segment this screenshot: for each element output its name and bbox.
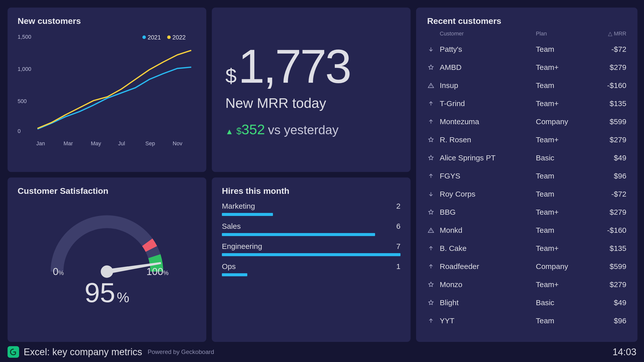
col-mrr: △ MRR: [586, 30, 626, 37]
customer-plan: Team+: [536, 244, 586, 253]
customer-satisfaction-card: Customer Satisfaction 0% 1: [8, 177, 206, 342]
svg-text:Sep: Sep: [145, 140, 155, 147]
star-icon: [428, 209, 434, 215]
customer-plan: Team+: [536, 63, 586, 72]
powered-by: Powered by Geckoboard: [148, 348, 214, 355]
customer-plan: Team: [536, 190, 586, 198]
star-icon: [428, 281, 434, 288]
gauge-value: 95%: [18, 277, 196, 308]
csat-title: Customer Satisfaction: [18, 186, 196, 196]
hire-value: 1: [396, 262, 400, 271]
warning-icon: [428, 82, 434, 89]
customer-name: Monzo: [440, 280, 536, 289]
customer-name: BBG: [440, 208, 536, 216]
table-row: BlightBasic$49: [427, 293, 626, 311]
recent-table-header: Customer Plan △ MRR: [427, 30, 626, 37]
gauge-track: [57, 222, 157, 272]
customer-plan: Team: [536, 81, 586, 90]
customer-mrr-delta: -$160: [586, 226, 626, 235]
geckoboard-logo-icon: [8, 346, 19, 358]
star-icon: [428, 155, 434, 161]
legend-dot-2022: [167, 35, 171, 39]
customer-name: Patty's: [440, 45, 536, 54]
trend-up-icon: ▲: [225, 127, 233, 136]
hire-label: Sales: [222, 222, 241, 231]
clock: 14:03: [613, 347, 636, 357]
hire-bar: [222, 213, 273, 216]
series-2022: [37, 50, 191, 128]
table-row: Alice Springs PTBasic$49: [427, 149, 626, 167]
new-customers-title: New customers: [18, 16, 196, 26]
customer-mrr-delta: -$160: [586, 81, 626, 90]
customer-mrr-delta: $279: [586, 63, 626, 72]
new-mrr-card: $ 1,773 New MRR today ▲ $352 vs yesterda…: [212, 8, 411, 172]
customer-name: B. Cake: [440, 244, 536, 253]
customer-plan: Basic: [536, 298, 586, 307]
hire-value: 7: [396, 242, 400, 251]
footer: Excel: key company metrics Powered by Ge…: [8, 344, 636, 360]
customer-name: Roadfeeder: [440, 262, 536, 271]
ytick-500: 500: [18, 98, 27, 104]
x-axis: Jan Mar May Jul Sep Nov: [36, 140, 182, 147]
customer-mrr-delta: $599: [586, 117, 626, 126]
customer-plan: Team: [536, 226, 586, 235]
hires-title: Hires this month: [222, 186, 400, 196]
star-icon: [428, 64, 434, 71]
customer-mrr-delta: $96: [586, 172, 626, 180]
customer-name: Insup: [440, 81, 536, 90]
warning-icon: [428, 227, 434, 234]
mrr-value: 1,773: [238, 42, 350, 90]
customer-plan: Team: [536, 45, 586, 54]
mrr-label: New MRR today: [225, 95, 326, 111]
customer-name: Blight: [440, 298, 536, 307]
mrr-delta-value: 352: [242, 121, 265, 137]
customer-mrr-delta: $135: [586, 244, 626, 253]
svg-text:Jan: Jan: [36, 140, 45, 147]
hire-label: Engineering: [222, 242, 262, 251]
table-row: MonkdTeam-$160: [427, 221, 626, 239]
customer-name: YYT: [440, 316, 536, 325]
hire-label: Marketing: [222, 202, 255, 210]
customer-mrr-delta: $49: [586, 154, 626, 162]
star-icon: [428, 299, 434, 306]
table-row: YYTTeam$96: [427, 311, 626, 330]
customer-mrr-delta: $96: [586, 316, 626, 325]
arrow-up-icon: [428, 118, 434, 125]
arrow-up-icon: [428, 100, 434, 107]
table-row: FGYSTeam$96: [427, 167, 626, 185]
mrr-delta-currency: $: [236, 126, 242, 136]
new-customers-card: New customers 1,500 1,000 500 0 2021 202…: [8, 8, 206, 172]
customer-mrr-delta: -$72: [586, 45, 626, 54]
table-row: BBGTeam+$279: [427, 203, 626, 221]
hire-value: 6: [396, 222, 400, 231]
customer-mrr-delta: $49: [586, 298, 626, 307]
customer-name: Montezuma: [440, 117, 536, 126]
customer-plan: Team+: [536, 208, 586, 216]
table-row: B. CakeTeam+$135: [427, 239, 626, 257]
col-customer: Customer: [440, 30, 536, 37]
ytick-1500: 1,500: [18, 34, 31, 40]
customer-name: AMBD: [440, 63, 536, 72]
customer-plan: Team+: [536, 99, 586, 108]
table-row: AMBDTeam+$279: [427, 58, 626, 76]
mrr-delta-suffix: vs yesterday: [268, 123, 339, 137]
arrow-up-icon: [428, 263, 434, 270]
gauge-zone-red: [147, 242, 151, 249]
customer-mrr-delta: $279: [586, 208, 626, 216]
hire-row: Marketing2: [222, 202, 400, 216]
table-row: T-GrindTeam+$135: [427, 94, 626, 112]
star-icon: [428, 137, 434, 143]
hire-row: Ops1: [222, 262, 400, 276]
customer-plan: Team+: [536, 280, 586, 289]
customer-mrr-delta: -$72: [586, 190, 626, 198]
table-row: RoadfeederCompany$599: [427, 257, 626, 275]
customer-name: Alice Springs PT: [440, 154, 536, 162]
customer-plan: Basic: [536, 154, 586, 162]
customer-mrr-delta: $135: [586, 99, 626, 108]
svg-text:May: May: [91, 140, 101, 147]
arrow-up-icon: [428, 245, 434, 252]
table-row: MontezumaCompany$599: [427, 112, 626, 130]
new-customers-chart: 1,500 1,000 500 0 2021 2022 Jan Mar May …: [18, 30, 196, 151]
svg-text:Mar: Mar: [63, 140, 73, 147]
hires-card: Hires this month Marketing2Sales6Enginee…: [212, 177, 411, 342]
